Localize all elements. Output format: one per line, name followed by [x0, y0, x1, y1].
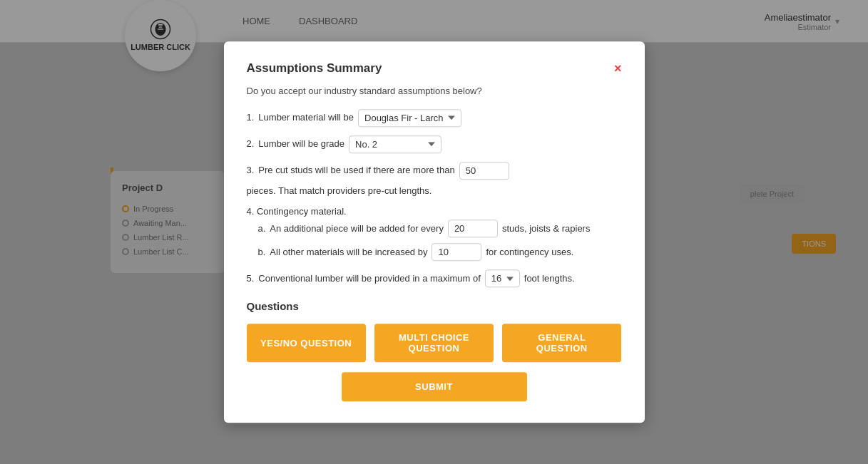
modal-subtitle: Do you accept our industry standard assu… [247, 86, 622, 96]
contingency-a-text-before: An additional piece will be added for ev… [270, 223, 444, 234]
contingency-block: a. An additional piece will be added for… [258, 220, 622, 261]
assumption-1: 1. Lumber material will be Douglas Fir -… [247, 109, 622, 127]
modal-header: Assumptions Summary × [247, 61, 622, 76]
pre-cut-studs-input[interactable] [459, 162, 509, 180]
contingency-a-label: a. [258, 223, 266, 234]
lumber-grade-select[interactable]: No. 2 No. 1 Select Structural [349, 135, 441, 153]
assumption-2-number: 2. [247, 138, 255, 152]
assumption-5-text-before: Conventional lumber will be provided in … [258, 272, 480, 286]
lumber-material-select[interactable]: Douglas Fir - Larch Spruce-Pine-Fir Hem-… [358, 109, 461, 127]
assumption-4-number: 4. [247, 206, 255, 217]
questions-buttons-row: YES/NO QUESTION MULTI CHOICE QUESTION GE… [247, 324, 622, 362]
contingency-item-b: b. All other materials will be increased… [258, 243, 622, 261]
contingency-a-text-after: studs, joists & rapiers [502, 223, 591, 234]
contingency-b-text-after: for contingency uses. [486, 247, 573, 257]
modal-close-button[interactable]: × [614, 62, 622, 75]
assumption-4-text: Contingency material. [257, 206, 347, 217]
contingency-b-text-before: All other materials will be increased by [270, 247, 427, 257]
general-question-button[interactable]: GENERAL QUESTION [502, 324, 621, 362]
assumption-3: 3. Pre cut studs will be used if there a… [247, 162, 622, 198]
assumptions-modal: Assumptions Summary × Do you accept our … [224, 41, 645, 423]
assumption-5-text-after: foot lengths. [524, 272, 575, 286]
additional-piece-input[interactable] [448, 220, 498, 237]
assumption-3-text-before: Pre cut studs will be used if there are … [258, 164, 454, 178]
assumption-3-number: 3. [247, 164, 255, 178]
submit-button[interactable]: SUBMIT [342, 372, 527, 401]
assumption-2-text-before: Lumber will be grade [258, 138, 344, 152]
questions-section-label: Questions [247, 300, 622, 312]
assumption-2: 2. Lumber will be grade No. 2 No. 1 Sele… [247, 135, 622, 153]
multi-choice-question-button[interactable]: MULTI CHOICE QUESTION [374, 324, 494, 362]
contingency-item-a: a. An additional piece will be added for… [258, 220, 622, 237]
assumption-1-number: 1. [247, 111, 255, 125]
contingency-b-label: b. [258, 247, 266, 257]
assumption-3-text-after: pieces. That match providers pre-cut len… [247, 184, 432, 198]
assumption-5: 5. Conventional lumber will be provided … [247, 269, 622, 287]
assumption-4: 4. Contingency material. a. An additiona… [247, 206, 622, 261]
yes-no-question-button[interactable]: YES/NO QUESTION [247, 324, 366, 362]
assumption-1-text-before: Lumber material will be [258, 111, 354, 125]
modal-title: Assumptions Summary [247, 61, 382, 76]
other-materials-input[interactable] [432, 243, 481, 261]
max-length-select[interactable]: 16 8 10 12 14 [485, 269, 520, 287]
assumption-5-number: 5. [247, 272, 255, 286]
